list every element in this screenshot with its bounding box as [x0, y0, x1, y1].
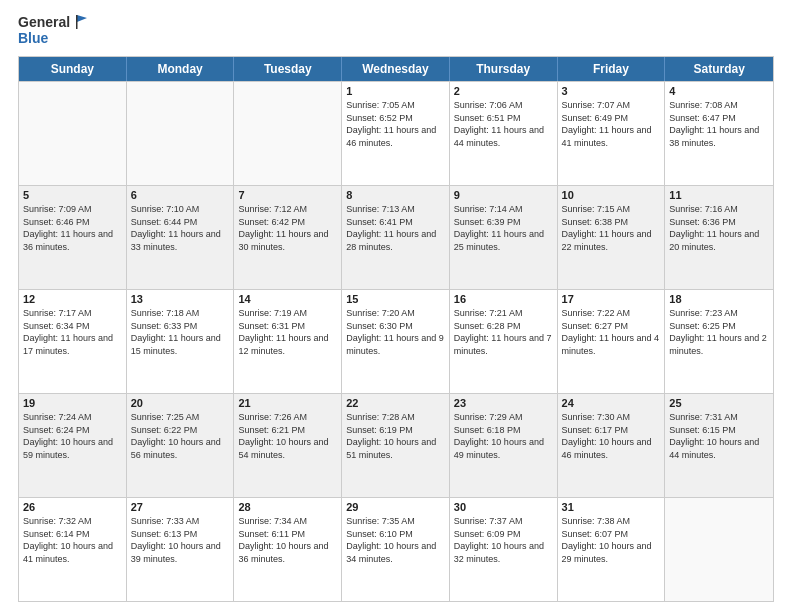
day-number-27: 27	[131, 501, 230, 513]
day-number-28: 28	[238, 501, 337, 513]
day-info-23: Sunrise: 7:29 AMSunset: 6:18 PMDaylight:…	[454, 411, 553, 461]
day-info-8: Sunrise: 7:13 AMSunset: 6:41 PMDaylight:…	[346, 203, 445, 253]
calendar-cell-day-17: 17Sunrise: 7:22 AMSunset: 6:27 PMDayligh…	[558, 290, 666, 393]
logo-flag-icon	[73, 14, 89, 30]
day-info-3: Sunrise: 7:07 AMSunset: 6:49 PMDaylight:…	[562, 99, 661, 149]
calendar-cell-day-8: 8Sunrise: 7:13 AMSunset: 6:41 PMDaylight…	[342, 186, 450, 289]
header-day-tuesday: Tuesday	[234, 57, 342, 81]
day-number-25: 25	[669, 397, 769, 409]
header: General Blue	[18, 14, 774, 46]
calendar-body: 1Sunrise: 7:05 AMSunset: 6:52 PMDaylight…	[19, 81, 773, 601]
calendar-cell-day-20: 20Sunrise: 7:25 AMSunset: 6:22 PMDayligh…	[127, 394, 235, 497]
calendar-cell-day-7: 7Sunrise: 7:12 AMSunset: 6:42 PMDaylight…	[234, 186, 342, 289]
calendar-cell-empty-0-0	[19, 82, 127, 185]
day-info-7: Sunrise: 7:12 AMSunset: 6:42 PMDaylight:…	[238, 203, 337, 253]
logo-blue: Blue	[18, 30, 89, 46]
svg-rect-1	[76, 15, 78, 29]
day-info-5: Sunrise: 7:09 AMSunset: 6:46 PMDaylight:…	[23, 203, 122, 253]
day-number-3: 3	[562, 85, 661, 97]
day-number-14: 14	[238, 293, 337, 305]
calendar-cell-day-6: 6Sunrise: 7:10 AMSunset: 6:44 PMDaylight…	[127, 186, 235, 289]
calendar-cell-day-13: 13Sunrise: 7:18 AMSunset: 6:33 PMDayligh…	[127, 290, 235, 393]
calendar: SundayMondayTuesdayWednesdayThursdayFrid…	[18, 56, 774, 602]
calendar-cell-day-23: 23Sunrise: 7:29 AMSunset: 6:18 PMDayligh…	[450, 394, 558, 497]
day-number-1: 1	[346, 85, 445, 97]
calendar-cell-day-3: 3Sunrise: 7:07 AMSunset: 6:49 PMDaylight…	[558, 82, 666, 185]
logo-text: General Blue	[18, 14, 89, 46]
day-number-26: 26	[23, 501, 122, 513]
day-info-18: Sunrise: 7:23 AMSunset: 6:25 PMDaylight:…	[669, 307, 769, 357]
day-number-7: 7	[238, 189, 337, 201]
day-info-20: Sunrise: 7:25 AMSunset: 6:22 PMDaylight:…	[131, 411, 230, 461]
day-number-20: 20	[131, 397, 230, 409]
day-number-19: 19	[23, 397, 122, 409]
calendar-week-2: 5Sunrise: 7:09 AMSunset: 6:46 PMDaylight…	[19, 185, 773, 289]
calendar-week-5: 26Sunrise: 7:32 AMSunset: 6:14 PMDayligh…	[19, 497, 773, 601]
calendar-cell-day-9: 9Sunrise: 7:14 AMSunset: 6:39 PMDaylight…	[450, 186, 558, 289]
calendar-cell-day-22: 22Sunrise: 7:28 AMSunset: 6:19 PMDayligh…	[342, 394, 450, 497]
day-info-25: Sunrise: 7:31 AMSunset: 6:15 PMDaylight:…	[669, 411, 769, 461]
day-number-11: 11	[669, 189, 769, 201]
calendar-week-1: 1Sunrise: 7:05 AMSunset: 6:52 PMDaylight…	[19, 81, 773, 185]
header-day-friday: Friday	[558, 57, 666, 81]
day-number-21: 21	[238, 397, 337, 409]
day-number-9: 9	[454, 189, 553, 201]
calendar-cell-day-4: 4Sunrise: 7:08 AMSunset: 6:47 PMDaylight…	[665, 82, 773, 185]
day-number-29: 29	[346, 501, 445, 513]
calendar-cell-day-16: 16Sunrise: 7:21 AMSunset: 6:28 PMDayligh…	[450, 290, 558, 393]
calendar-cell-empty-4-6	[665, 498, 773, 601]
day-info-12: Sunrise: 7:17 AMSunset: 6:34 PMDaylight:…	[23, 307, 122, 357]
page: General Blue SundayMondayTuesdayWednesda…	[0, 0, 792, 612]
day-info-21: Sunrise: 7:26 AMSunset: 6:21 PMDaylight:…	[238, 411, 337, 461]
calendar-cell-day-14: 14Sunrise: 7:19 AMSunset: 6:31 PMDayligh…	[234, 290, 342, 393]
day-number-17: 17	[562, 293, 661, 305]
logo-general: General	[18, 14, 70, 30]
header-day-saturday: Saturday	[665, 57, 773, 81]
day-info-1: Sunrise: 7:05 AMSunset: 6:52 PMDaylight:…	[346, 99, 445, 149]
day-info-29: Sunrise: 7:35 AMSunset: 6:10 PMDaylight:…	[346, 515, 445, 565]
day-number-24: 24	[562, 397, 661, 409]
calendar-cell-day-19: 19Sunrise: 7:24 AMSunset: 6:24 PMDayligh…	[19, 394, 127, 497]
day-number-10: 10	[562, 189, 661, 201]
calendar-cell-day-11: 11Sunrise: 7:16 AMSunset: 6:36 PMDayligh…	[665, 186, 773, 289]
day-info-14: Sunrise: 7:19 AMSunset: 6:31 PMDaylight:…	[238, 307, 337, 357]
day-number-22: 22	[346, 397, 445, 409]
header-day-monday: Monday	[127, 57, 235, 81]
calendar-cell-day-1: 1Sunrise: 7:05 AMSunset: 6:52 PMDaylight…	[342, 82, 450, 185]
day-info-2: Sunrise: 7:06 AMSunset: 6:51 PMDaylight:…	[454, 99, 553, 149]
calendar-week-3: 12Sunrise: 7:17 AMSunset: 6:34 PMDayligh…	[19, 289, 773, 393]
day-number-2: 2	[454, 85, 553, 97]
day-info-22: Sunrise: 7:28 AMSunset: 6:19 PMDaylight:…	[346, 411, 445, 461]
day-number-23: 23	[454, 397, 553, 409]
calendar-cell-day-26: 26Sunrise: 7:32 AMSunset: 6:14 PMDayligh…	[19, 498, 127, 601]
calendar-header-row: SundayMondayTuesdayWednesdayThursdayFrid…	[19, 57, 773, 81]
day-info-4: Sunrise: 7:08 AMSunset: 6:47 PMDaylight:…	[669, 99, 769, 149]
calendar-cell-day-12: 12Sunrise: 7:17 AMSunset: 6:34 PMDayligh…	[19, 290, 127, 393]
day-info-27: Sunrise: 7:33 AMSunset: 6:13 PMDaylight:…	[131, 515, 230, 565]
calendar-cell-day-2: 2Sunrise: 7:06 AMSunset: 6:51 PMDaylight…	[450, 82, 558, 185]
day-number-13: 13	[131, 293, 230, 305]
day-number-5: 5	[23, 189, 122, 201]
day-info-31: Sunrise: 7:38 AMSunset: 6:07 PMDaylight:…	[562, 515, 661, 565]
day-number-15: 15	[346, 293, 445, 305]
day-info-26: Sunrise: 7:32 AMSunset: 6:14 PMDaylight:…	[23, 515, 122, 565]
calendar-week-4: 19Sunrise: 7:24 AMSunset: 6:24 PMDayligh…	[19, 393, 773, 497]
day-info-17: Sunrise: 7:22 AMSunset: 6:27 PMDaylight:…	[562, 307, 661, 357]
day-number-30: 30	[454, 501, 553, 513]
day-number-12: 12	[23, 293, 122, 305]
svg-marker-0	[77, 15, 87, 22]
day-info-15: Sunrise: 7:20 AMSunset: 6:30 PMDaylight:…	[346, 307, 445, 357]
header-day-wednesday: Wednesday	[342, 57, 450, 81]
day-info-11: Sunrise: 7:16 AMSunset: 6:36 PMDaylight:…	[669, 203, 769, 253]
day-number-4: 4	[669, 85, 769, 97]
calendar-cell-empty-0-1	[127, 82, 235, 185]
calendar-cell-day-31: 31Sunrise: 7:38 AMSunset: 6:07 PMDayligh…	[558, 498, 666, 601]
day-number-8: 8	[346, 189, 445, 201]
calendar-cell-day-21: 21Sunrise: 7:26 AMSunset: 6:21 PMDayligh…	[234, 394, 342, 497]
calendar-cell-day-27: 27Sunrise: 7:33 AMSunset: 6:13 PMDayligh…	[127, 498, 235, 601]
logo: General Blue	[18, 14, 89, 46]
calendar-cell-day-25: 25Sunrise: 7:31 AMSunset: 6:15 PMDayligh…	[665, 394, 773, 497]
day-info-9: Sunrise: 7:14 AMSunset: 6:39 PMDaylight:…	[454, 203, 553, 253]
header-day-sunday: Sunday	[19, 57, 127, 81]
day-number-6: 6	[131, 189, 230, 201]
